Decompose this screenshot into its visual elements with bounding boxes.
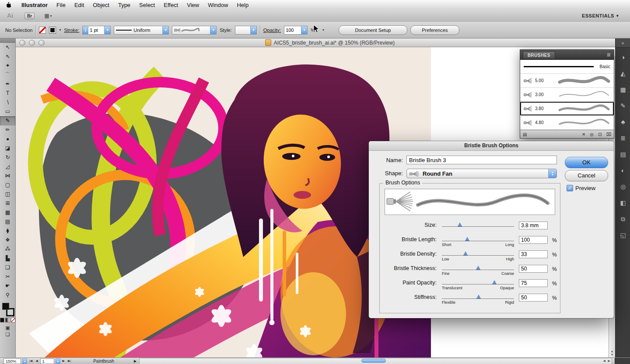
rectangle-tool[interactable]: ▭ bbox=[0, 107, 15, 116]
brush-item-5[interactable]: 5.00 bbox=[520, 74, 614, 88]
preview-checkbox[interactable]: ✓ bbox=[567, 185, 573, 191]
magic-wand-tool[interactable]: ✦ bbox=[0, 61, 15, 70]
bristle-density-slider[interactable]: Low High bbox=[442, 255, 514, 256]
document-title-bar[interactable]: AICS5_bristle_brush_ai.ai* @ 150% (RGB/P… bbox=[16, 38, 615, 47]
stroke-swatch[interactable] bbox=[49, 27, 56, 34]
none-button[interactable] bbox=[11, 318, 15, 322]
stroke-weight-dropdown[interactable]: ▾ bbox=[104, 26, 110, 34]
options-of-selected-icon[interactable]: ◎ bbox=[590, 132, 594, 137]
bristle-thickness-value-field[interactable] bbox=[519, 265, 548, 273]
close-window-button[interactable] bbox=[19, 40, 25, 46]
status-expand-icon[interactable]: ▶ bbox=[134, 359, 136, 363]
hscroll-right-arrow[interactable]: ▶ bbox=[608, 359, 610, 363]
apple-menu[interactable] bbox=[0, 2, 17, 8]
slider-thumb[interactable] bbox=[492, 280, 497, 284]
line-segment-tool[interactable]: ∖ bbox=[0, 98, 15, 107]
screen-mode-button[interactable]: ❏ bbox=[0, 331, 15, 338]
slider-thumb[interactable] bbox=[476, 295, 481, 298]
artboard-number-field[interactable]: 1 bbox=[40, 358, 54, 364]
color-button[interactable] bbox=[0, 318, 4, 322]
size-slider[interactable] bbox=[442, 226, 514, 227]
vscroll-arrows[interactable]: ▲▼ bbox=[609, 350, 615, 357]
workspace-switcher[interactable]: ESSENTIALS ▾ bbox=[582, 13, 619, 18]
brush-item-3-80-selected[interactable]: 3.80 bbox=[520, 102, 614, 116]
bristle-length-value-field[interactable] bbox=[519, 236, 548, 244]
brushes-panel-header[interactable]: BRUSHES ≣ bbox=[520, 50, 614, 59]
opacity-field[interactable]: ▾ bbox=[284, 26, 308, 35]
layers-panel-icon[interactable]: ⧉ bbox=[616, 212, 630, 225]
free-transform-tool[interactable]: ▢ bbox=[0, 180, 15, 190]
stiffness-value-field[interactable] bbox=[519, 294, 548, 302]
stiffness-slider[interactable]: Flexible Rigid bbox=[442, 298, 514, 299]
brush-item-4-80[interactable]: 4.80 bbox=[520, 116, 614, 130]
gradient-tool[interactable]: ▤ bbox=[0, 217, 15, 226]
stroke-link[interactable]: Stroke: bbox=[64, 28, 79, 33]
hand-tool[interactable]: ☛ bbox=[0, 281, 15, 291]
delete-brush-icon[interactable]: ⌧ bbox=[606, 132, 611, 137]
next-artboard-button[interactable]: ▶ bbox=[62, 359, 66, 363]
blend-tool[interactable]: ❖ bbox=[0, 236, 15, 245]
graphic-styles-panel-icon[interactable]: ◧ bbox=[616, 196, 630, 209]
brushes-dock-panel-icon[interactable]: ✎ bbox=[616, 99, 630, 112]
gradient-button[interactable] bbox=[5, 318, 10, 322]
swatches-panel-icon[interactable]: ▦ bbox=[616, 83, 630, 96]
zoom-tool[interactable]: ⚲ bbox=[0, 291, 15, 300]
appearance-panel-icon[interactable]: ◎ bbox=[616, 180, 630, 193]
color-guide-panel-icon[interactable]: ◭ bbox=[616, 67, 630, 80]
bristle-density-value-field[interactable] bbox=[519, 250, 548, 258]
minimize-window-button[interactable] bbox=[29, 40, 35, 46]
shape-builder-tool[interactable]: ◫ bbox=[0, 190, 15, 199]
paint-opacity-value-field[interactable] bbox=[519, 279, 548, 287]
direct-selection-tool[interactable]: ⇖ bbox=[0, 52, 15, 61]
dialog-title[interactable]: Bristle Brush Options bbox=[369, 141, 614, 151]
hscroll-thumb[interactable] bbox=[361, 359, 386, 363]
bristle-thickness-slider[interactable]: Fine Coarse bbox=[442, 270, 514, 270]
brush-item-basic[interactable]: Basic bbox=[520, 60, 614, 74]
remove-brush-stroke-icon[interactable]: ✕ bbox=[582, 132, 585, 137]
cancel-button[interactable]: Cancel bbox=[565, 170, 608, 181]
first-artboard-button[interactable]: |◀ bbox=[28, 359, 33, 363]
pencil-tool[interactable]: ✏ bbox=[0, 125, 15, 135]
brushes-panel-tab[interactable]: BRUSHES bbox=[523, 51, 555, 59]
fill-color-box[interactable] bbox=[2, 303, 9, 310]
style-dropdown[interactable]: ▾ bbox=[235, 26, 257, 35]
artboard-tool[interactable]: ❏ bbox=[0, 263, 15, 272]
more-options-dropdown-icon[interactable]: ▾ bbox=[322, 28, 324, 32]
opacity-input[interactable] bbox=[284, 28, 301, 33]
artboards-panel-icon[interactable]: ◱ bbox=[616, 229, 630, 242]
bristle-length-slider[interactable]: Short Long bbox=[442, 241, 514, 241]
swatch-dropdown-icon[interactable]: ▾ bbox=[59, 28, 61, 32]
paint-opacity-slider[interactable]: Translucent Opaque bbox=[442, 284, 514, 284]
stroke-weight-input[interactable] bbox=[88, 28, 104, 33]
opacity-dropdown[interactable]: ▾ bbox=[301, 26, 307, 34]
menu-object[interactable]: Object bbox=[88, 2, 114, 8]
column-graph-tool[interactable]: ▙ bbox=[0, 254, 15, 263]
menu-select[interactable]: Select bbox=[135, 2, 159, 8]
stroke-stepper[interactable]: ▲▼ bbox=[83, 26, 88, 34]
variable-width-profile-dropdown[interactable]: Uniform ▾ bbox=[114, 26, 169, 35]
eyedropper-tool[interactable]: ⧫ bbox=[0, 226, 15, 236]
menu-edit[interactable]: Edit bbox=[70, 2, 88, 8]
new-brush-icon[interactable]: ⊡ bbox=[598, 132, 602, 137]
menu-type[interactable]: Type bbox=[114, 2, 135, 8]
menu-help[interactable]: Help bbox=[232, 2, 253, 8]
menu-effect[interactable]: Effect bbox=[159, 2, 182, 8]
artboard-dropdown-icon[interactable]: ▾ bbox=[56, 358, 60, 364]
transparency-panel-icon[interactable]: ◐ bbox=[616, 164, 630, 177]
hscroll-left-arrow[interactable]: ◀ bbox=[603, 359, 606, 363]
type-tool[interactable]: T bbox=[0, 89, 15, 98]
stroke-weight-field[interactable]: ▲▼ ▾ bbox=[82, 26, 111, 35]
arrange-documents-button[interactable]: ▦ ▾ bbox=[44, 13, 52, 19]
launch-bridge-button[interactable]: Br bbox=[24, 13, 35, 19]
size-value-field[interactable] bbox=[519, 222, 548, 229]
brush-libraries-icon[interactable]: ▤ bbox=[523, 132, 527, 137]
lasso-tool[interactable]: ⌒ bbox=[0, 70, 15, 80]
brush-item-3[interactable]: 3.00 bbox=[520, 88, 614, 102]
panel-menu-icon[interactable]: ≣ bbox=[607, 52, 611, 58]
zoom-dropdown-icon[interactable]: ▾ bbox=[22, 358, 27, 364]
symbol-sprayer-tool[interactable]: ⁂ bbox=[0, 245, 15, 254]
width-tool-tool[interactable]: ⋈ bbox=[0, 171, 15, 180]
stroke-panel-icon[interactable]: ≣ bbox=[616, 132, 630, 145]
opacity-link[interactable]: Opacity: bbox=[263, 28, 281, 33]
brush-definition-dropdown[interactable]: ▾ bbox=[172, 26, 217, 35]
